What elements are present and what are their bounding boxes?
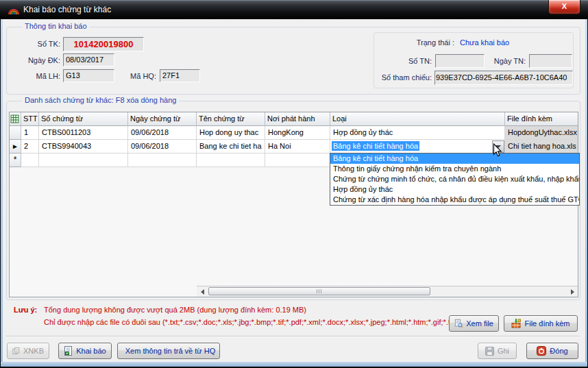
row1-ten-chung-tu[interactable]: Hop dong uy thac	[197, 126, 265, 140]
scrollbar-grip-icon	[317, 289, 323, 293]
ngay-tn-label: Ngày TN:	[488, 57, 526, 65]
so-tham-chieu-field[interactable]: 939E37CD-6925-4E66-A6B7-10C6A40	[434, 71, 573, 85]
row2-loai-combobox[interactable]: Bảng kê chi tiết hàng hóa	[330, 140, 505, 154]
row2-loai-selected-text: Bảng kê chi tiết hàng hóa	[332, 141, 419, 151]
save-floppy-icon	[485, 347, 494, 356]
so-tham-chieu-label: Số tham chiếu:	[376, 73, 432, 82]
attach-file-icon	[511, 319, 521, 328]
view-file-icon	[454, 319, 463, 328]
ma-hq-field[interactable]: 27F1	[160, 69, 200, 82]
khai-bao-label: Khai báo	[76, 347, 106, 355]
row1-loai[interactable]: Hợp đồng ủy thác	[330, 126, 505, 140]
ngay-dk-field[interactable]: 08/03/2017	[63, 53, 114, 66]
scroll-right-button[interactable]	[567, 286, 578, 297]
dropdown-item-1[interactable]: Bảng kê chi tiết hàng hóa	[330, 154, 579, 164]
file-dinh-kem-label: File đính kèm	[524, 319, 569, 328]
xnkb-label: XNKB	[23, 347, 44, 355]
dropdown-item-5[interactable]: Chứng từ xác định hàng hóa nhập khẩu đượ…	[330, 195, 579, 205]
ghi-label: Ghi	[498, 347, 509, 355]
close-button[interactable]: X	[548, 0, 580, 14]
new-row-ten-chung-tu[interactable]	[197, 154, 265, 167]
close-power-icon	[537, 346, 546, 356]
note-line1: Tổng dung lượng không được vượt quá 2MB …	[44, 306, 306, 314]
header-noi-phat-hanh[interactable]: Nơi phát hành	[265, 112, 330, 126]
header-ngay-chung-tu[interactable]: Ngày chứng từ	[128, 112, 197, 126]
ma-lh-field[interactable]: G13	[63, 69, 114, 82]
row2-noi-phat-hanh[interactable]: Ha Noi	[265, 140, 330, 154]
xem-thong-tin-hq-label: Xem thông tin trả về từ HQ	[125, 347, 215, 355]
dialog-window: Khai báo chứng từ khác X Thông tin khai …	[0, 0, 588, 368]
ngay-dk-label: Ngày ĐK:	[19, 56, 60, 64]
new-row-ngay-chung-tu[interactable]	[128, 154, 197, 167]
excel-icon	[10, 114, 19, 123]
scrollbar-thumb[interactable]	[208, 287, 430, 295]
khai-bao-button[interactable]: Khai báo	[58, 343, 112, 359]
header-file-dinh-kem[interactable]: File đính kèm	[505, 112, 578, 126]
declare-icon	[64, 346, 73, 356]
trang-thai-label: Trạng thái :	[384, 38, 454, 47]
note-line2: Chỉ được nhập các file có đuôi sau (*.tx…	[44, 318, 458, 326]
row2-file[interactable]: Chi tiet hang hoa.xls	[505, 140, 578, 154]
new-row-header[interactable]: *	[10, 154, 21, 167]
so-tk-label: Số TK:	[19, 40, 60, 48]
so-tn-label: Số TN:	[397, 57, 432, 65]
current-row-icon: ►	[10, 140, 21, 153]
header-ten-chung-tu[interactable]: Tên chứng từ	[197, 112, 265, 126]
file-dinh-kem-button[interactable]: File đính kèm	[504, 315, 578, 332]
row2-so-chung-tu[interactable]: CTBS9940043	[39, 140, 128, 154]
row2-header-current[interactable]: ►	[10, 140, 21, 154]
row1-ngay-chung-tu[interactable]: 09/06/2018	[128, 126, 197, 140]
trang-thai-value: Chưa khai báo	[460, 38, 509, 47]
new-row-noi-phat-hanh[interactable]	[265, 154, 330, 167]
new-row-so-chung-tu[interactable]	[39, 154, 128, 167]
row1-header[interactable]	[10, 126, 21, 140]
xem-file-button[interactable]: Xem file	[449, 315, 499, 332]
window-right-frame	[585, 19, 587, 363]
select-all-corner[interactable]	[10, 112, 21, 126]
row1-file[interactable]: HopdongUythac.xlsx	[505, 126, 578, 140]
loai-dropdown-list: Bảng kê chi tiết hàng hóa Thông tin giấy…	[330, 153, 580, 206]
dropdown-item-2[interactable]: Thông tin giấy chứng nhận kiểm tra chuyê…	[330, 164, 579, 174]
so-tk-field[interactable]: 101420019800	[63, 37, 144, 51]
xem-file-label: Xem file	[466, 319, 493, 328]
header-stt[interactable]: STT	[21, 112, 39, 126]
dropdown-item-4[interactable]: Hợp đồng ủy thác	[330, 184, 579, 195]
new-row-icon: *	[10, 154, 21, 167]
ma-hq-label: Mã HQ:	[123, 72, 156, 80]
row1-stt[interactable]: 1	[21, 126, 39, 140]
row1-noi-phat-hanh[interactable]: HongKong	[265, 126, 330, 140]
header-so-chung-tu[interactable]: Số chứng từ	[39, 112, 128, 126]
xnkb-button[interactable]: XNKB	[7, 343, 49, 359]
so-tn-field[interactable]	[435, 54, 485, 68]
row2-stt[interactable]: 2	[21, 140, 39, 154]
row2-ngay-chung-tu[interactable]: 09/06/2018	[128, 140, 197, 154]
scroll-right-icon	[571, 289, 574, 295]
ma-lh-label: Mã LH:	[19, 72, 60, 80]
xnkb-icon	[12, 347, 20, 356]
scroll-left-button[interactable]	[197, 286, 208, 297]
dong-button[interactable]: Đóng	[526, 343, 578, 359]
window-bottom-frame	[1, 362, 587, 367]
window-title: Khai báo chứng từ khác	[23, 5, 111, 14]
ngay-tn-field[interactable]	[529, 54, 572, 68]
info-group-title: Thông tin khai báo	[22, 22, 90, 30]
separator-line	[5, 336, 580, 337]
dong-label: Đóng	[550, 347, 567, 355]
ghi-button[interactable]: Ghi	[478, 343, 517, 359]
title-bar: Khai báo chứng từ khác X	[0, 0, 588, 19]
dropdown-item-3[interactable]: Chứng từ chứng minh tổ chức, cá nhân đủ …	[330, 174, 579, 184]
new-row-stt[interactable]	[21, 154, 39, 167]
xem-thong-tin-hq-button[interactable]: Xem thông tin trả về từ HQ	[117, 343, 220, 359]
grid-group-title: Danh sách chứng từ khác: F8 xóa dòng hàn…	[22, 96, 179, 104]
scroll-left-icon	[201, 289, 204, 295]
row2-ten-chung-tu[interactable]: Bang ke chi tiet ha	[197, 140, 265, 154]
header-loai[interactable]: Loại	[330, 112, 505, 126]
note-label: Lưu ý:	[14, 306, 37, 314]
row1-so-chung-tu[interactable]: CTBS0011203	[39, 126, 128, 140]
app-rainbow-icon	[8, 5, 20, 18]
mouse-cursor-icon	[493, 143, 502, 160]
